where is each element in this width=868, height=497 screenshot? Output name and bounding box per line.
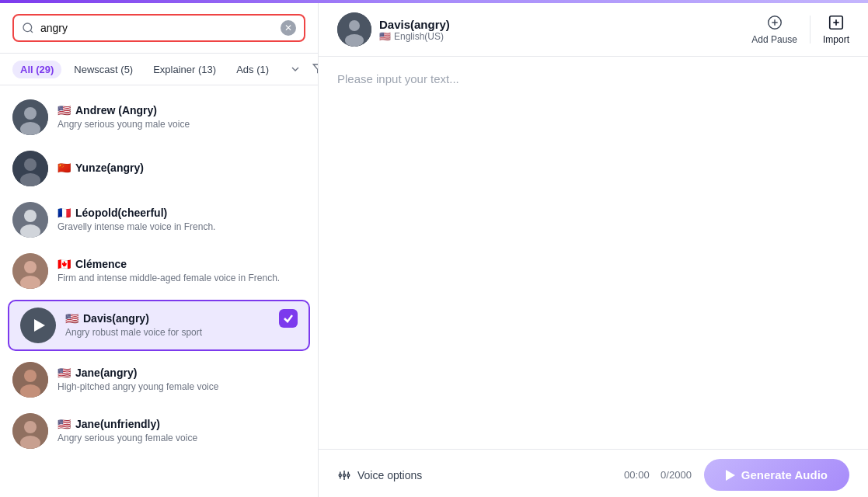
voice-desc-andrew: Angry serious young male voice	[58, 118, 305, 131]
voice-info-jane-angry: 🇺🇸 Jane(angry) High-pitched angry young …	[58, 367, 305, 394]
filter-tabs: All (29) Newscast (5) Explainer (13) Ads…	[0, 54, 318, 85]
voice-options-label: Voice options	[357, 469, 422, 481]
voice-desc-jane-unfriendly: Angry serious young female voice	[58, 432, 305, 445]
voice-list: 🇺🇸 Andrew (Angry) Angry serious young ma…	[0, 85, 318, 497]
svg-point-23	[345, 34, 364, 47]
top-bar: Davis(angry) 🇺🇸 English(US) Add Pause	[319, 3, 868, 57]
selected-voice-name: Davis(angry)	[379, 18, 450, 31]
flag-yunze: 🇨🇳	[58, 162, 71, 174]
voice-name-andrew: Andrew (Angry)	[75, 104, 157, 116]
voice-item-andrew[interactable]: 🇺🇸 Andrew (Angry) Angry serious young ma…	[0, 92, 318, 143]
flag-andrew: 🇺🇸	[58, 104, 71, 116]
bottom-right: 00:00 0/2000 Generate Audio	[624, 459, 849, 491]
flag-jane-angry: 🇺🇸	[58, 367, 71, 379]
add-pause-button[interactable]: Add Pause	[751, 14, 797, 45]
tab-explainer[interactable]: Explainer (13)	[145, 61, 224, 78]
tab-all[interactable]: All (29)	[12, 61, 61, 78]
selected-voice-info: Davis(angry) 🇺🇸 English(US)	[337, 12, 739, 47]
svg-point-32	[347, 474, 350, 476]
voice-item-yunze[interactable]: 🇨🇳 Yunze(angry)	[0, 143, 318, 194]
svg-point-31	[343, 474, 346, 476]
filter-icon-button[interactable]	[309, 60, 319, 78]
voice-desc-clemence: Firm and intense middle-aged female voic…	[58, 272, 305, 285]
avatar-clemence	[12, 253, 48, 289]
svg-point-13	[24, 261, 37, 273]
selected-voice-details: Davis(angry) 🇺🇸 English(US)	[379, 18, 450, 42]
tab-ads[interactable]: Ads (1)	[228, 61, 277, 78]
text-area-section[interactable]: Please input your text...	[319, 57, 868, 449]
svg-point-16	[24, 370, 37, 382]
flag-leopold: 🇫🇷	[58, 207, 71, 219]
voice-name-davis: Davis(angry)	[83, 312, 149, 325]
voice-item-leopold[interactable]: 🇫🇷 Léopold(cheerful) Gravelly intense ma…	[0, 194, 318, 245]
play-icon-davis	[34, 319, 45, 332]
selected-voice-avatar	[337, 12, 371, 47]
avatar-yunze	[12, 151, 48, 186]
add-pause-label: Add Pause	[751, 34, 797, 45]
svg-point-10	[24, 210, 37, 222]
voice-options-button[interactable]: Voice options	[337, 468, 422, 482]
svg-point-7	[24, 158, 37, 171]
flag-clemence: 🇨🇦	[58, 258, 71, 270]
voice-item-clemence[interactable]: 🇨🇦 Clémence Firm and intense middle-aged…	[0, 245, 318, 297]
selected-voice-language: 🇺🇸 English(US)	[379, 31, 450, 42]
tab-newscast[interactable]: Newscast (5)	[66, 61, 141, 78]
svg-point-0	[23, 23, 32, 32]
avatar-jane-unfriendly	[12, 413, 48, 449]
voice-info-andrew: 🇺🇸 Andrew (Angry) Angry serious young ma…	[58, 104, 305, 131]
generate-audio-button[interactable]: Generate Audio	[704, 459, 849, 491]
flag-davis: 🇺🇸	[65, 312, 78, 325]
avatar-jane-angry	[12, 362, 48, 398]
voice-name-leopold: Léopold(cheerful)	[75, 207, 167, 219]
flag-jane-unfriendly: 🇺🇸	[58, 418, 71, 430]
voice-info-clemence: 🇨🇦 Clémence Firm and intense middle-aged…	[58, 258, 305, 285]
voice-info-leopold: 🇫🇷 Léopold(cheerful) Gravelly intense ma…	[58, 207, 305, 234]
voice-desc-jane-angry: High-pitched angry young female voice	[58, 381, 305, 394]
voice-name-clemence: Clémence	[75, 258, 127, 270]
voice-info-jane-unfriendly: 🇺🇸 Jane(unfriendly) Angry serious young …	[58, 418, 305, 445]
dropdown-icon-button[interactable]	[286, 60, 305, 78]
import-button[interactable]: Import	[823, 14, 849, 45]
search-bar: ✕	[0, 3, 318, 54]
time-counter: 00:00 0/2000	[624, 469, 692, 481]
svg-point-4	[24, 107, 37, 120]
generate-play-icon	[726, 470, 735, 481]
voice-name-yunze: Yunze(angry)	[75, 162, 144, 174]
generate-audio-label: Generate Audio	[741, 468, 828, 481]
search-icon	[22, 22, 34, 34]
voice-item-jane-angry[interactable]: 🇺🇸 Jane(angry) High-pitched angry young …	[0, 354, 318, 405]
selected-voice-flag: 🇺🇸	[379, 31, 391, 42]
bottom-bar: Voice options 00:00 0/2000 Generate Audi…	[319, 449, 868, 497]
voice-info-yunze: 🇨🇳 Yunze(angry)	[58, 162, 305, 176]
voice-item-davis[interactable]: 🇺🇸 Davis(angry) Angry robust male voice …	[8, 300, 310, 351]
clear-search-button[interactable]: ✕	[281, 20, 296, 36]
voice-name-jane-angry: Jane(angry)	[75, 367, 137, 379]
top-divider	[810, 16, 810, 43]
voice-item-jane-unfriendly[interactable]: 🇺🇸 Jane(unfriendly) Angry serious young …	[0, 405, 318, 457]
top-actions: Add Pause Import	[751, 14, 849, 45]
avatar-play-davis[interactable]	[20, 308, 56, 343]
avatar-andrew	[12, 99, 48, 135]
avatar-leopold	[12, 202, 48, 238]
svg-point-22	[349, 20, 360, 31]
voice-desc-leopold: Gravelly intense male voice in French.	[58, 221, 305, 234]
voice-desc-davis: Angry robust male voice for sport	[65, 326, 298, 339]
svg-marker-2	[313, 64, 319, 74]
selected-check-badge	[279, 309, 298, 328]
search-input[interactable]	[40, 22, 274, 34]
voice-name-jane-unfriendly: Jane(unfriendly)	[75, 418, 160, 430]
svg-point-30	[339, 474, 341, 476]
search-wrapper: ✕	[12, 14, 305, 42]
svg-point-19	[24, 421, 37, 433]
voice-info-davis: 🇺🇸 Davis(angry) Angry robust male voice …	[65, 312, 298, 339]
svg-line-1	[30, 30, 33, 33]
import-label: Import	[823, 34, 849, 45]
text-placeholder: Please input your text...	[337, 72, 849, 85]
